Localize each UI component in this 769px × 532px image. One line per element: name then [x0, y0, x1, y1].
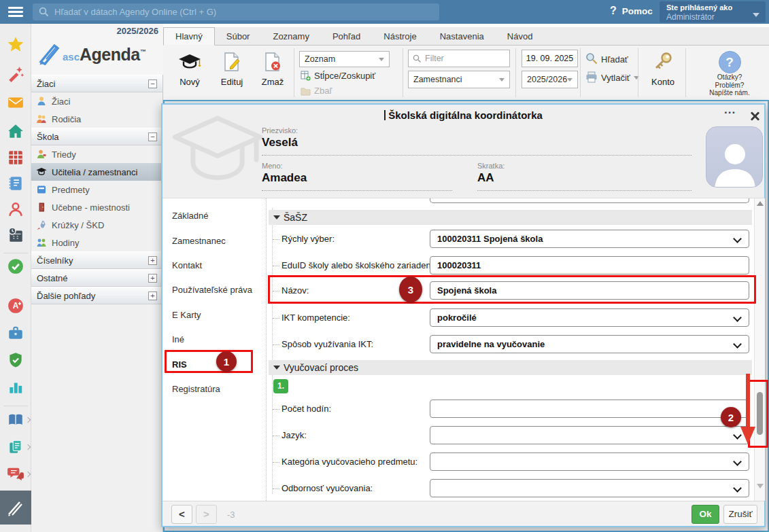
pocet-hodin-input[interactable] [430, 400, 749, 418]
wizard-wand-icon[interactable] [7, 65, 24, 82]
timetable-grid-icon[interactable] [7, 149, 24, 166]
sposob-ikt-select[interactable]: pravidelne na vyučovanie [430, 335, 749, 353]
book-icon [36, 184, 47, 195]
user-menu[interactable]: Ste prihlásený ako Administrátor [660, 1, 766, 22]
collapse-button[interactable]: Zbaľ [301, 86, 332, 96]
sidebar-item-ucebne[interactable]: Učebne - miestnosti [31, 198, 163, 216]
calendar-clock-icon[interactable] [7, 226, 24, 244]
kategoria-predmetu-select[interactable] [430, 453, 749, 471]
surname-value[interactable]: Veselá [262, 136, 298, 149]
tab-zoznamy[interactable]: Zoznamy [261, 28, 320, 45]
search-records-button[interactable]: Hľadať [585, 52, 628, 65]
bar-chart-icon[interactable] [7, 378, 24, 396]
delete-button[interactable]: Zmaž [253, 51, 292, 87]
mail-icon[interactable] [7, 94, 24, 111]
favorites-star-icon[interactable] [7, 35, 24, 53]
quick-select[interactable]: 100020311 Spojená škola [430, 230, 749, 248]
filter-box[interactable] [408, 50, 510, 67]
home-icon[interactable] [7, 122, 24, 140]
global-search[interactable] [33, 3, 439, 20]
account-button[interactable]: Konto [643, 51, 683, 87]
notebook-icon[interactable] [7, 175, 24, 192]
tab-nastroje[interactable]: Nástroje [372, 28, 428, 45]
sidebar-item-hodiny[interactable]: Hodiny [31, 234, 163, 251]
dialog-tab-kontakt[interactable]: Kontakt [172, 260, 202, 277]
dialog-tab-zamestnanec[interactable]: Zamestnanec [172, 236, 226, 252]
scroll-up-icon[interactable] [757, 201, 764, 206]
sidebar-item-ziaci[interactable]: Žiaci [31, 92, 163, 110]
expand-icon[interactable]: + [148, 291, 157, 300]
chat-bubbles-icon[interactable] [7, 465, 24, 483]
section-sasz[interactable]: ŠaŠZ [269, 210, 752, 225]
form-scrollbar[interactable] [754, 198, 765, 501]
sidebar-section-ziaci[interactable]: Žiaci− [31, 75, 163, 92]
eduid-input[interactable] [430, 256, 749, 274]
date-field[interactable]: 19. 09. 2025 [522, 50, 578, 67]
sidebar-item-kruzky[interactable]: Krúžky / ŠKD [31, 216, 163, 234]
filter-input[interactable] [425, 50, 505, 67]
library-book-icon[interactable] [7, 411, 24, 429]
next-record-button[interactable]: > [196, 505, 217, 524]
odbornost-select[interactable] [430, 479, 749, 497]
help-button[interactable]: ?Pomoc [610, 5, 653, 17]
section-vyucovaci-proces[interactable]: Vyučovací proces [269, 360, 752, 375]
grades-icon[interactable]: A [7, 297, 24, 315]
firstname-value[interactable]: Amadea [262, 171, 307, 185]
briefcase-icon[interactable] [7, 324, 24, 342]
check-badge-icon[interactable] [7, 258, 24, 275]
app-window: ?Pomoc Ste prihlásený ako Administrátor … [0, 0, 769, 532]
sidebar-section-ciselniky[interactable]: Číselníky+ [31, 251, 163, 269]
graduation-cap-icon [36, 166, 47, 177]
prev-record-button[interactable]: < [171, 505, 192, 524]
icon-rail: A [0, 24, 31, 532]
scroll-down-icon[interactable] [757, 484, 764, 489]
avatar[interactable] [706, 126, 763, 188]
view-select[interactable]: Zoznam [299, 51, 390, 67]
sidebar-item-rodicia[interactable]: Rodičia [31, 110, 163, 128]
ikt-kompetencie-select[interactable]: pokročilé [430, 308, 749, 327]
contact-help-button[interactable]: ? Otázky? Problém? Napíšte nám. [697, 51, 762, 97]
expand-icon[interactable]: + [148, 256, 157, 265]
cancel-button[interactable]: Zrušiť [723, 505, 757, 524]
agenda-pencil-logo-active[interactable] [0, 491, 31, 525]
new-button[interactable]: Nový [170, 51, 209, 87]
sidebar-item-triedy[interactable]: Triedy [31, 145, 163, 163]
surname-label: Priezvisko: [262, 126, 298, 135]
documents-icon[interactable] [7, 438, 24, 456]
sidebar-item-ucitelia-zamestnanci[interactable]: Učitelia / zamestnanci [31, 163, 163, 181]
hamburger-menu-icon[interactable] [0, 0, 31, 24]
kategoria-predmetu-label: Kategória vyučovacieho predmetu: [281, 457, 417, 467]
dialog-tab-pouzivatelske-prava[interactable]: Používateľské práva [172, 285, 252, 301]
tab-pohlad[interactable]: Pohľad [321, 28, 372, 45]
tab-nastavenia[interactable]: Nastavenia [428, 28, 496, 45]
close-icon[interactable] [749, 111, 760, 122]
more-options-button[interactable]: ... [724, 103, 736, 117]
collapse-icon[interactable]: − [148, 79, 157, 88]
person-profile-icon[interactable] [7, 200, 24, 218]
expand-icon[interactable]: + [148, 274, 157, 283]
sidebar-section-skola[interactable]: Škola− [31, 128, 163, 145]
sidebar-item-predmety[interactable]: Predmety [31, 181, 163, 198]
search-input[interactable] [54, 3, 435, 20]
ikt-kompetencie-label: IKT kompetencie: [281, 313, 350, 323]
columns-group-button[interactable]: Stĺpce/Zoskupiť [301, 71, 375, 81]
tab-navod[interactable]: Návod [496, 28, 545, 45]
dialog-tab-zakladne[interactable]: Základné [172, 211, 208, 227]
dialog-tab-registratura[interactable]: Registratúra [172, 384, 220, 400]
dialog-tab-ine[interactable]: Iné [172, 334, 184, 351]
print-button[interactable]: Vytlačiť [585, 71, 639, 83]
school-year-select[interactable]: 2025/2026 [522, 71, 578, 88]
ok-button[interactable]: Ok [691, 505, 719, 524]
sidebar-section-ostatne[interactable]: Ostatné+ [31, 269, 163, 287]
shortcut-value[interactable]: AA [477, 171, 494, 185]
jazyk-select[interactable] [430, 426, 749, 444]
dialog-tab-ekarty[interactable]: E Karty [172, 310, 201, 326]
tab-subor[interactable]: Súbor [215, 28, 262, 45]
tab-hlavny[interactable]: Hlavný [163, 27, 215, 46]
sidebar-section-dalsie-pohlady[interactable]: Ďalšie pohľady+ [31, 287, 163, 304]
collapse-icon[interactable]: − [148, 132, 157, 141]
key-icon [643, 51, 683, 73]
shield-check-icon[interactable] [7, 351, 24, 369]
dataset-select[interactable]: Zamestnanci [408, 71, 510, 88]
edit-button[interactable]: Edituj [212, 51, 252, 87]
